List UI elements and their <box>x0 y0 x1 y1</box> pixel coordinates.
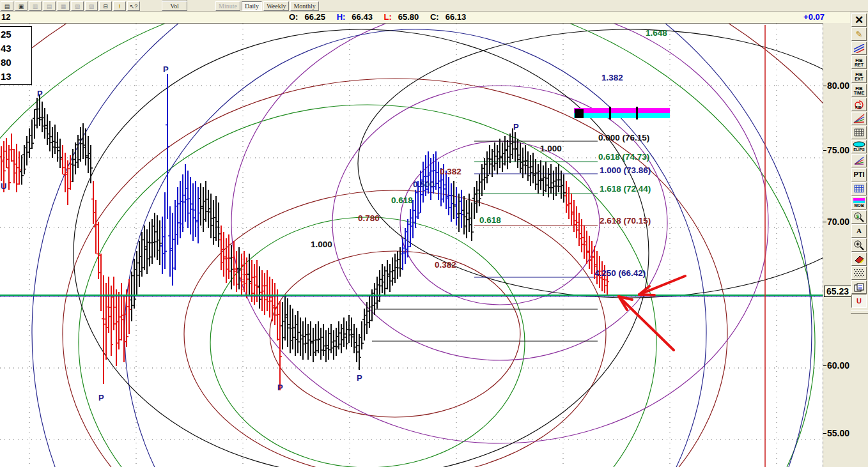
chart-area[interactable]: 0.000 (76.15)0.618 (74.73)1.000 (73.86)1… <box>0 23 823 467</box>
pivot-marker: P <box>357 373 362 383</box>
pivot-marker: P <box>513 122 519 132</box>
eraser-icon <box>853 255 865 264</box>
axis-label-70.00: 70.00 <box>827 217 849 227</box>
eraser-button[interactable] <box>851 252 867 266</box>
quote-box-row: 80 <box>1 56 29 70</box>
fan-lines-button[interactable] <box>851 112 867 125</box>
zoom-in-button[interactable] <box>851 238 867 252</box>
marker-band-magenta <box>574 108 670 113</box>
timeframe-button-weekly[interactable]: Weekly <box>263 1 289 11</box>
main-toolbar: ▤▣▥▤▦▧▨⊟!↖? DMIOscMACDStochTrigCCIJ11Cyc… <box>0 0 868 11</box>
fib-level-label: 1.618 (72.44) <box>600 184 651 194</box>
price-chart[interactable]: 0.000 (76.15)0.618 (74.73)1.000 (73.86)1… <box>0 24 823 467</box>
blue-grid-button[interactable] <box>851 182 867 195</box>
fan-lines-icon <box>853 114 865 124</box>
notes-button[interactable] <box>851 280 867 294</box>
marker-tick <box>609 107 611 119</box>
axis-label-80.00: 80.00 <box>827 80 849 91</box>
timeframe-button-group: MinuteDailyWeeklyMonthly <box>215 1 320 11</box>
ratio-label: 1.648 <box>646 28 667 38</box>
mob-button[interactable]: MOB <box>851 196 867 210</box>
exclamation-icon[interactable]: ! <box>113 1 126 11</box>
symbol-label: 12 <box>1 12 10 22</box>
ellipse-icon <box>852 141 866 148</box>
fib-time-button[interactable]: FIBTIME <box>851 84 867 97</box>
ohlc-readout: O:66.25 H:66.43 L:65.80 C:66.13 <box>289 12 470 22</box>
indicator-button-vol[interactable]: Vol <box>162 1 187 11</box>
ellipse-tool-button[interactable]: ELIPS <box>851 140 867 153</box>
axis-label-55.00: 55.00 <box>827 428 849 438</box>
fib-level-label: 2.618 (70.15) <box>600 216 651 226</box>
zoom-dollar-button[interactable]: $ <box>851 210 867 224</box>
high-value: 66.43 <box>352 12 373 22</box>
open-value: 66.25 <box>304 12 325 22</box>
fib-level-label: 1.000 (73.86) <box>600 165 651 175</box>
quote-box-row: 25 <box>1 27 29 42</box>
parallel-lines-button[interactable] <box>851 42 867 55</box>
open-label: O: <box>289 12 298 22</box>
pivot-marker: P <box>98 393 104 402</box>
dither-square-button[interactable] <box>851 266 867 280</box>
quote-info-bar: 12 O:66.25 H:66.43 L:65.80 C:66.13 +0.07 <box>0 11 850 24</box>
timeframe-button-monthly[interactable]: Monthly <box>290 1 318 11</box>
close-chart-button[interactable]: ✕ <box>851 13 867 27</box>
ratio-label: 0.382 <box>440 167 461 176</box>
fib-level-label: 4.250 (66.42) <box>594 268 646 278</box>
toolbar-icon-group: ▤▣▥▤▦▧▨⊟!↖? <box>0 1 161 11</box>
page-setup-icon: ▥ <box>29 1 42 11</box>
palette-label: A <box>856 227 862 234</box>
save-icon[interactable]: ▣ <box>15 1 27 11</box>
pivot-marker: P <box>277 383 283 392</box>
grid-tool-button[interactable] <box>851 126 867 139</box>
copy-chart-icon: ▤ <box>43 1 56 11</box>
pencil-draw-icon: ✎ <box>856 30 863 38</box>
ratio-label: 1.000 <box>540 144 562 153</box>
marker-tick <box>636 107 638 119</box>
palette-label: TIME <box>854 91 865 95</box>
mob-bands-icon <box>853 198 865 203</box>
svg-text:$: $ <box>856 213 860 219</box>
arrowhead-barb <box>639 295 655 295</box>
palette-label: PTI <box>853 171 864 178</box>
svg-text:FIB: FIB <box>855 105 862 109</box>
fib-ellipse-green <box>210 217 525 467</box>
ratio-label: 1.382 <box>601 73 623 82</box>
ohlc-mini-box: 25438013 <box>0 26 32 85</box>
palette-label: FIB <box>855 72 862 77</box>
timeframe-button-daily[interactable]: Daily <box>242 1 262 11</box>
fib-ellipse-green <box>79 105 656 467</box>
ratio-label: 0.500 <box>413 180 435 189</box>
timeframe-button-minute: Minute <box>215 1 240 11</box>
text-tool-button[interactable]: A <box>851 224 867 238</box>
axis-label-75.00: 75.00 <box>827 145 849 155</box>
fib-level-label: 0.000 (76.15) <box>598 133 649 142</box>
pti-button[interactable]: PTI <box>851 168 867 181</box>
pivot-marker: P <box>37 89 43 98</box>
high-label: H: <box>337 12 346 22</box>
price-axis[interactable]: 80.0075.0070.0060.0055.0065.23 <box>823 23 851 467</box>
ratio-label: 0.618 <box>479 215 501 225</box>
angle-lines-button[interactable] <box>851 154 867 167</box>
trading-app-window: { "toolbar": { "icon_buttons": [ {"name"… <box>0 0 868 467</box>
context-help-icon[interactable]: ↖? <box>127 1 140 11</box>
undo-button[interactable]: U <box>851 295 867 308</box>
pencil-draw-button[interactable]: ✎ <box>851 27 867 41</box>
fib-spiral-button[interactable]: FIB <box>851 98 867 111</box>
close-value: 66.13 <box>446 12 467 22</box>
dither-pattern-icon <box>854 269 864 277</box>
fib-extension-button[interactable]: FIBEXT <box>851 70 867 83</box>
ratio-label: 0.780 <box>358 213 380 223</box>
palette-label: ELIPS <box>853 148 864 152</box>
grid-icon <box>854 185 864 193</box>
edit-icon: ▦ <box>57 1 70 11</box>
ratio-label: 0.382 <box>435 260 456 270</box>
low-value: 65.80 <box>398 12 419 22</box>
fib-retracement-button[interactable]: FIBRET <box>851 56 867 69</box>
printer-icon[interactable]: ⊟ <box>99 1 112 11</box>
annotation-arrow <box>619 296 674 350</box>
palette-label: U <box>856 298 862 305</box>
new-document-icon[interactable]: ▤ <box>1 1 13 11</box>
ratio-label: 1.000 <box>311 240 332 249</box>
close-label: C: <box>430 12 439 22</box>
marker-band-cyan <box>574 113 670 118</box>
